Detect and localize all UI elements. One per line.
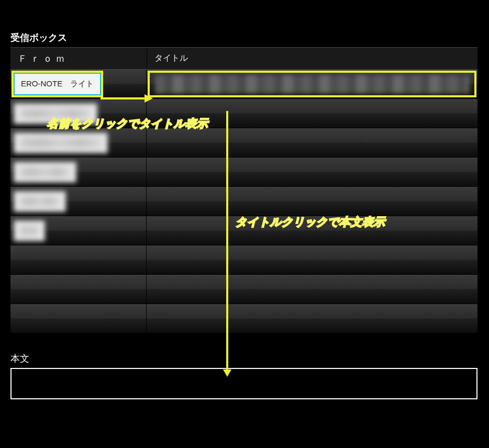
from-chip[interactable] xyxy=(14,103,97,124)
title-cell[interactable] xyxy=(147,70,477,98)
table-row xyxy=(10,275,477,304)
from-cell[interactable] xyxy=(10,245,147,274)
title-chip[interactable] xyxy=(150,249,474,271)
table-row xyxy=(10,187,477,216)
title-chip[interactable] xyxy=(150,219,474,242)
table-row xyxy=(10,216,477,245)
body-label: 本文 xyxy=(10,352,479,365)
inbox-table: Ｆｒｏｍ タイトル ERO-NOTE ライト xyxy=(10,47,477,333)
from-chip[interactable] xyxy=(14,220,45,241)
table-row xyxy=(10,128,477,158)
body-section: 本文 xyxy=(10,352,479,399)
title-chip[interactable] xyxy=(150,73,474,95)
body-textarea[interactable] xyxy=(10,368,477,399)
from-chip[interactable] xyxy=(14,132,108,153)
from-cell[interactable] xyxy=(10,304,147,333)
table-row: ERO-NOTE ライト xyxy=(10,70,477,99)
title-cell[interactable] xyxy=(147,158,477,186)
title-cell[interactable] xyxy=(147,187,477,216)
title-chip[interactable] xyxy=(150,307,474,330)
title-chip[interactable] xyxy=(150,102,474,125)
title-blurred-text xyxy=(155,75,469,94)
title-chip[interactable] xyxy=(150,131,474,154)
from-cell[interactable] xyxy=(10,275,147,304)
title-cell[interactable] xyxy=(147,275,477,304)
title-cell[interactable] xyxy=(147,216,477,245)
from-cell[interactable]: ERO-NOTE ライト xyxy=(10,70,147,98)
from-cell[interactable] xyxy=(10,216,147,245)
inbox-page: 受信ボックス Ｆｒｏｍ タイトル ERO-NOTE ライト 本文 名前をクリック… xyxy=(0,0,489,410)
title-chip[interactable] xyxy=(150,161,474,183)
title-cell[interactable] xyxy=(147,128,477,157)
from-chip[interactable] xyxy=(14,162,76,183)
header-from: Ｆｒｏｍ xyxy=(10,48,147,69)
from-chip[interactable] xyxy=(14,191,66,212)
inbox-section-title: 受信ボックス xyxy=(10,31,479,44)
from-cell[interactable] xyxy=(10,128,147,157)
inbox-header-row: Ｆｒｏｍ タイトル xyxy=(10,48,477,70)
table-row xyxy=(10,304,477,333)
title-cell[interactable] xyxy=(147,245,477,274)
from-cell[interactable] xyxy=(10,99,147,128)
from-cell[interactable] xyxy=(10,187,147,216)
table-row xyxy=(10,158,477,187)
table-row xyxy=(10,99,477,128)
from-cell[interactable] xyxy=(10,158,147,186)
title-cell[interactable] xyxy=(147,99,477,128)
title-chip[interactable] xyxy=(150,190,474,212)
table-row xyxy=(10,245,477,275)
header-title: タイトル xyxy=(147,49,477,68)
title-chip[interactable] xyxy=(150,278,474,300)
title-cell[interactable] xyxy=(147,304,477,333)
from-chip[interactable]: ERO-NOTE ライト xyxy=(14,73,101,95)
